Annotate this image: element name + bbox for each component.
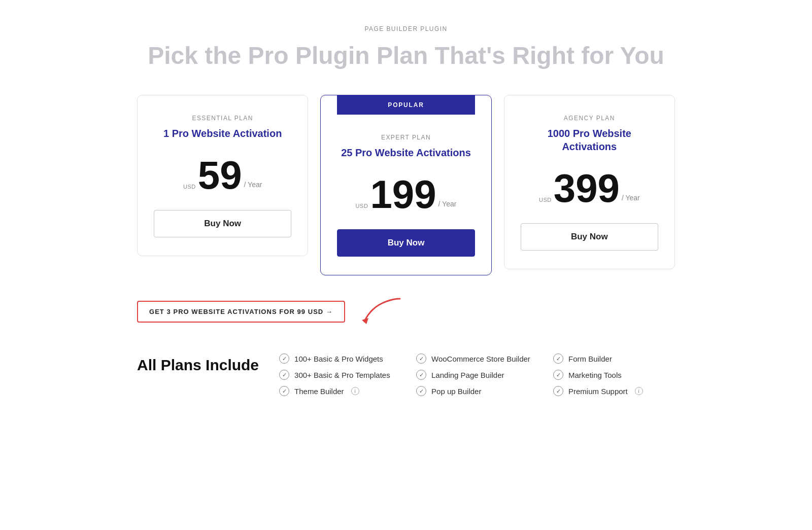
feature-item: ✓300+ Basic & Pro Templates <box>279 370 401 380</box>
feature-item: ✓100+ Basic & Pro Widgets <box>279 354 401 364</box>
feature-label: Theme Builder <box>294 387 344 396</box>
plan-price-expert: USD 199 / Year <box>337 174 475 214</box>
all-plans-section: All Plans Include ✓100+ Basic & Pro Widg… <box>137 354 675 396</box>
check-icon: ✓ <box>279 354 289 364</box>
feature-label: Marketing Tools <box>568 371 622 379</box>
features-grid: ✓100+ Basic & Pro Widgets✓WooCommerce St… <box>279 354 675 396</box>
all-plans-heading: All Plans Include <box>137 354 259 374</box>
check-icon: ✓ <box>416 354 426 364</box>
page-subtitle: PAGE BUILDER PLUGIN <box>137 25 675 32</box>
plan-tier-agency: AGENCY PLAN <box>521 115 658 122</box>
price-amount-agency: 399 <box>554 168 620 208</box>
buy-now-expert[interactable]: Buy Now <box>337 229 475 257</box>
check-icon: ✓ <box>553 370 563 380</box>
promo-row: GET 3 PRO WEBSITE ACTIVATIONS FOR 99 USD… <box>137 294 675 329</box>
feature-label: Premium Support <box>568 387 628 396</box>
popular-badge: POPULAR <box>337 95 475 115</box>
feature-label: 300+ Basic & Pro Templates <box>294 371 390 379</box>
feature-label: Form Builder <box>568 355 612 363</box>
feature-label: WooCommerce Store Builder <box>431 355 530 363</box>
price-period-expert: / Year <box>438 200 457 208</box>
feature-item: ✓Landing Page Builder <box>416 370 538 380</box>
feature-item: ✓WooCommerce Store Builder <box>416 354 538 364</box>
feature-label: Pop up Builder <box>431 387 481 396</box>
feature-item: ✓Pop up Builder <box>416 386 538 396</box>
price-period-essential: / Year <box>244 181 262 189</box>
check-icon: ✓ <box>416 386 426 396</box>
plan-card-agency: AGENCY PLAN 1000 Pro Website Activations… <box>504 95 675 269</box>
check-icon: ✓ <box>416 370 426 380</box>
page-title: Pick the Pro Plugin Plan That's Right fo… <box>137 42 675 69</box>
promo-button[interactable]: GET 3 PRO WEBSITE ACTIVATIONS FOR 99 USD… <box>137 301 345 323</box>
buy-now-essential[interactable]: Buy Now <box>154 210 291 237</box>
plan-card-essential: ESSENTIAL PLAN 1 Pro Website Activation … <box>137 95 308 256</box>
feature-item: ✓Premium Supporti <box>553 386 675 396</box>
check-icon: ✓ <box>553 386 563 396</box>
buy-now-agency[interactable]: Buy Now <box>521 223 658 251</box>
promo-arrow-icon <box>359 294 420 329</box>
plan-tier-expert: EXPERT PLAN <box>337 134 475 141</box>
plan-price-essential: USD 59 / Year <box>154 155 291 195</box>
plan-tier-essential: ESSENTIAL PLAN <box>154 115 291 122</box>
feature-item: ✓Form Builder <box>553 354 675 364</box>
feature-item: ✓Marketing Tools <box>553 370 675 380</box>
check-icon: ✓ <box>553 354 563 364</box>
plan-activations-expert: 25 Pro Website Activations <box>337 146 475 159</box>
info-icon[interactable]: i <box>351 387 359 395</box>
price-amount-essential: 59 <box>198 155 242 195</box>
check-icon: ✓ <box>279 386 289 396</box>
feature-label: Landing Page Builder <box>431 371 504 379</box>
plan-price-agency: USD 399 / Year <box>521 168 658 208</box>
plan-activations-agency: 1000 Pro Website Activations <box>521 127 658 153</box>
check-icon: ✓ <box>279 370 289 380</box>
feature-label: 100+ Basic & Pro Widgets <box>294 355 383 363</box>
plan-activations-essential: 1 Pro Website Activation <box>154 127 291 140</box>
price-usd-expert: USD <box>356 203 368 209</box>
plans-row: ESSENTIAL PLAN 1 Pro Website Activation … <box>137 95 675 275</box>
price-period-agency: / Year <box>622 194 640 202</box>
info-icon[interactable]: i <box>635 387 643 395</box>
price-usd-agency: USD <box>539 197 552 203</box>
feature-item: ✓Theme Builderi <box>279 386 401 396</box>
price-amount-expert: 199 <box>370 174 436 214</box>
price-usd-essential: USD <box>183 184 196 190</box>
plan-card-expert: POPULAR EXPERT PLAN 25 Pro Website Activ… <box>320 95 491 275</box>
